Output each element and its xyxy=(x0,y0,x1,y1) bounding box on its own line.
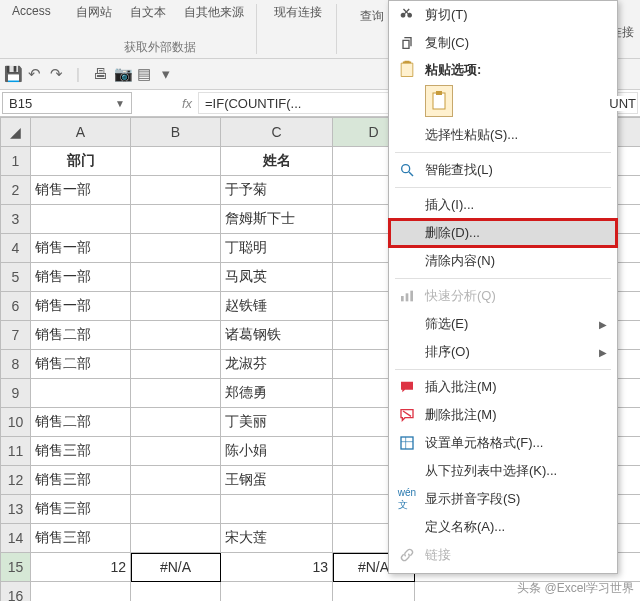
cell[interactable]: 销售三部 xyxy=(31,466,131,495)
redo-icon[interactable]: ↷ xyxy=(48,66,64,82)
menu-format-cells[interactable]: 设置单元格格式(F)... xyxy=(389,429,617,457)
cell[interactable] xyxy=(131,234,221,263)
menu-define-name[interactable]: 定义名称(A)... xyxy=(389,513,617,541)
menu-sort[interactable]: 排序(O) ▶ xyxy=(389,338,617,366)
cell[interactable]: 12 xyxy=(31,553,131,582)
cell[interactable]: 龙淑芬 xyxy=(221,350,333,379)
cell[interactable] xyxy=(131,292,221,321)
ribbon-from-web[interactable]: 自网站 xyxy=(70,2,118,23)
menu-insert[interactable]: 插入(I)... xyxy=(389,191,617,219)
cell[interactable]: 销售二部 xyxy=(31,408,131,437)
cell[interactable]: 陈小娟 xyxy=(221,437,333,466)
cell[interactable]: 丁聪明 xyxy=(221,234,333,263)
undo-icon[interactable]: ↶ xyxy=(26,66,42,82)
cell[interactable] xyxy=(131,147,221,176)
cell[interactable]: 部门 xyxy=(31,147,131,176)
cell[interactable]: 王钢蛋 xyxy=(221,466,333,495)
cell[interactable]: 詹姆斯下士 xyxy=(221,205,333,234)
cell[interactable]: 销售一部 xyxy=(31,263,131,292)
menu-cut[interactable]: 剪切(T) xyxy=(389,1,617,29)
cell[interactable] xyxy=(221,495,333,524)
row-header[interactable]: 9 xyxy=(1,379,31,408)
cell[interactable] xyxy=(131,466,221,495)
ribbon-from-other[interactable]: 自其他来源 xyxy=(178,2,250,23)
fx-label[interactable]: fx xyxy=(132,90,198,116)
cell[interactable]: 郑德勇 xyxy=(221,379,333,408)
cell[interactable]: 销售一部 xyxy=(31,292,131,321)
row-header[interactable]: 15 xyxy=(1,553,31,582)
chevron-down-icon[interactable]: ▼ xyxy=(115,98,125,109)
row-header[interactable]: 3 xyxy=(1,205,31,234)
cell[interactable] xyxy=(31,582,131,602)
menu-dropdown-pick[interactable]: 从下拉列表中选择(K)... xyxy=(389,457,617,485)
cell[interactable]: 销售三部 xyxy=(31,437,131,466)
save-icon[interactable]: 💾 xyxy=(4,66,20,82)
cell[interactable]: 宋大莲 xyxy=(221,524,333,553)
print-icon[interactable]: 🖶 xyxy=(92,66,108,82)
cell[interactable]: 销售一部 xyxy=(31,176,131,205)
cell[interactable] xyxy=(131,582,221,602)
menu-insert-comment[interactable]: 插入批注(M) xyxy=(389,373,617,401)
row-header[interactable]: 6 xyxy=(1,292,31,321)
menu-delete-comment[interactable]: 删除批注(M) xyxy=(389,401,617,429)
cell[interactable] xyxy=(31,379,131,408)
cell[interactable] xyxy=(131,495,221,524)
cell[interactable]: #N/A xyxy=(131,553,221,582)
cell[interactable] xyxy=(131,176,221,205)
cell[interactable] xyxy=(131,379,221,408)
row-header[interactable]: 11 xyxy=(1,437,31,466)
cell[interactable] xyxy=(221,582,333,602)
cell[interactable]: 销售三部 xyxy=(31,524,131,553)
row-header[interactable]: 14 xyxy=(1,524,31,553)
col-header-B[interactable]: B xyxy=(131,118,221,147)
menu-delete[interactable]: 删除(D)... xyxy=(389,219,617,247)
cell[interactable]: 丁美丽 xyxy=(221,408,333,437)
cell[interactable] xyxy=(31,205,131,234)
cell[interactable]: 于予菊 xyxy=(221,176,333,205)
ribbon-access[interactable]: Access xyxy=(6,2,57,20)
menu-show-pinyin[interactable]: wén文 显示拼音字段(S) xyxy=(389,485,617,513)
cell[interactable] xyxy=(131,408,221,437)
row-header[interactable]: 7 xyxy=(1,321,31,350)
ribbon-existing-conn[interactable]: 现有连接 xyxy=(268,2,328,23)
menu-clear[interactable]: 清除内容(N) xyxy=(389,247,617,275)
cell[interactable] xyxy=(131,524,221,553)
cell[interactable]: 销售二部 xyxy=(31,350,131,379)
name-box[interactable]: B15 ▼ xyxy=(2,92,132,114)
menu-smart-lookup[interactable]: 智能查找(L) xyxy=(389,156,617,184)
col-header-C[interactable]: C xyxy=(221,118,333,147)
cell[interactable] xyxy=(131,321,221,350)
cell[interactable] xyxy=(131,350,221,379)
row-header[interactable]: 5 xyxy=(1,263,31,292)
row-header[interactable]: 10 xyxy=(1,408,31,437)
menu-paste-special[interactable]: 选择性粘贴(S)... xyxy=(389,121,617,149)
row-header[interactable]: 4 xyxy=(1,234,31,263)
cell[interactable] xyxy=(131,437,221,466)
cell[interactable]: 姓名 xyxy=(221,147,333,176)
row-header[interactable]: 2 xyxy=(1,176,31,205)
col-header-A[interactable]: A xyxy=(31,118,131,147)
ribbon-query[interactable]: 查询 xyxy=(354,6,390,27)
cell[interactable] xyxy=(131,205,221,234)
row-header[interactable]: 16 xyxy=(1,582,31,602)
menu-filter[interactable]: 筛选(E) ▶ xyxy=(389,310,617,338)
row-header[interactable]: 13 xyxy=(1,495,31,524)
ribbon-from-text[interactable]: 自文本 xyxy=(124,2,172,23)
paste-option-button[interactable] xyxy=(425,85,453,117)
camera-icon[interactable]: 📷 xyxy=(114,66,130,82)
cell[interactable]: 马凤英 xyxy=(221,263,333,292)
cell[interactable] xyxy=(333,582,415,602)
cell[interactable] xyxy=(131,263,221,292)
row-header[interactable]: 1 xyxy=(1,147,31,176)
cell[interactable]: 销售二部 xyxy=(31,321,131,350)
cell[interactable]: 诸葛钢铁 xyxy=(221,321,333,350)
cell[interactable]: 13 xyxy=(221,553,333,582)
cell[interactable]: 销售三部 xyxy=(31,495,131,524)
cell[interactable]: 赵铁锤 xyxy=(221,292,333,321)
menu-copy[interactable]: 复制(C) xyxy=(389,29,617,57)
cell[interactable]: 销售一部 xyxy=(31,234,131,263)
row-header[interactable]: 8 xyxy=(1,350,31,379)
row-header[interactable]: 12 xyxy=(1,466,31,495)
doc-icon[interactable]: ▤ xyxy=(136,66,152,82)
chevron-down-icon[interactable]: ▾ xyxy=(158,66,174,82)
